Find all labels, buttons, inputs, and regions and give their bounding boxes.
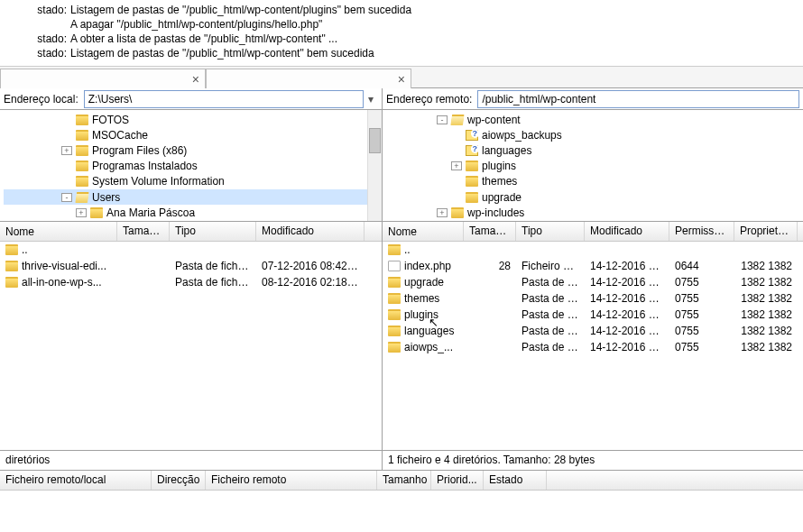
tree-item-label: FOTOS (92, 114, 129, 126)
list-item[interactable]: pluginsPasta de fi...14-12-2016 17:...07… (383, 307, 803, 323)
folder-icon (388, 277, 401, 288)
tree-item-label: Users (92, 191, 120, 204)
folder-icon (388, 326, 401, 336)
col-owner[interactable]: Proprietári... (734, 222, 798, 241)
tree-item[interactable]: +plugins (437, 159, 803, 174)
local-address-input[interactable]: Z:\Users\ (84, 90, 364, 108)
tree-item-label: plugins (482, 160, 516, 172)
tree-item-label: Programas Instalados (92, 160, 198, 172)
expander-icon[interactable]: + (451, 161, 462, 170)
remote-file-list[interactable]: Nome Tamanho Tipo Modificado Permissões … (383, 222, 803, 450)
qcol-priority[interactable]: Priorid... (431, 471, 484, 490)
folder-icon (76, 115, 88, 125)
tree-item[interactable]: MSOCache (4, 127, 382, 142)
qcol-local[interactable]: Ficheiro remoto/local (0, 471, 152, 490)
folder-icon (466, 176, 478, 187)
qcol-size[interactable]: Tamanho (377, 471, 431, 490)
chevron-down-icon[interactable]: ▾ (364, 93, 378, 105)
tree-item-label: upgrade (482, 191, 521, 204)
folder-icon (5, 277, 18, 288)
list-item[interactable]: aiowps_...Pasta de fi...14-12-2016 16:..… (383, 339, 803, 355)
tree-item-label: wp-includes (467, 206, 524, 219)
scroll-thumb[interactable] (369, 128, 381, 153)
list-item[interactable]: index.php28Ficheiro PHP14-12-2016 15:...… (383, 258, 803, 274)
close-icon[interactable]: × (192, 72, 199, 87)
transfer-queue-headers: Ficheiro remoto/local Direcção Ficheiro … (0, 471, 803, 491)
qcol-status[interactable]: Estado (484, 471, 547, 490)
list-item[interactable]: upgradePasta de fi...14-12-2016 15:...07… (383, 274, 803, 290)
list-item[interactable]: themesPasta de fi...14-12-2016 16:...075… (383, 290, 803, 307)
tree-item-label: Ana Maria Páscoa (106, 206, 195, 219)
tree-item-label: languages (482, 144, 531, 157)
tree-item[interactable]: -Users (4, 189, 382, 205)
list-item[interactable]: .. (383, 242, 803, 258)
list-item[interactable]: all-in-one-wp-s...Pasta de fichei...08-1… (0, 274, 382, 290)
folder-icon (388, 342, 401, 353)
col-type[interactable]: Tipo (516, 222, 585, 241)
file-icon (388, 261, 401, 271)
remote-address-input[interactable]: /public_html/wp-content (477, 90, 799, 108)
tree-item[interactable]: +Program Files (x86) (4, 142, 382, 158)
local-address-label: Endereço local: (4, 93, 84, 105)
tree-item[interactable]: +wp-includes (437, 205, 803, 220)
col-modified[interactable]: Modificado (585, 222, 669, 241)
local-file-list[interactable]: Nome Tamanho Tipo Modificado ..thrive-vi… (0, 222, 383, 450)
tab-2[interactable]: × (206, 69, 411, 88)
tree-item[interactable]: Programas Instalados (4, 159, 382, 174)
folder-icon (5, 244, 18, 255)
list-item[interactable]: thrive-visual-edi...Pasta de fichei...07… (0, 258, 382, 274)
folder-icon (76, 176, 88, 187)
col-size[interactable]: Tamanho (464, 222, 516, 241)
col-size[interactable]: Tamanho (117, 222, 170, 241)
folder-icon (450, 115, 465, 125)
tree-item-label: System Volume Information (92, 175, 225, 188)
qcol-remote[interactable]: Ficheiro remoto (206, 471, 377, 490)
remote-address-label: Endereço remoto: (386, 93, 477, 105)
local-status: diretórios (0, 451, 383, 470)
col-name[interactable]: Nome (0, 222, 117, 241)
tree-item[interactable]: +Ana Maria Páscoa (4, 205, 382, 220)
folder-icon (451, 207, 464, 218)
connection-tabs: × × (0, 67, 803, 88)
col-permissions[interactable]: Permissões (669, 222, 734, 241)
qcol-direction[interactable]: Direcção (152, 471, 206, 490)
expander-icon[interactable]: - (61, 193, 72, 202)
folder-icon (388, 293, 401, 304)
tree-item-label: themes (482, 175, 517, 188)
list-item[interactable]: .. (0, 242, 382, 258)
status-log: stado:Listagem de pastas de "/public_htm… (0, 0, 803, 67)
remote-tree[interactable]: -wp-contentaiowps_backupslanguages+plugi… (383, 110, 803, 221)
folder-icon (90, 207, 103, 218)
col-modified[interactable]: Modificado (256, 222, 365, 241)
folder-icon (466, 130, 478, 141)
expander-icon[interactable]: + (76, 208, 87, 217)
folder-icon (5, 261, 18, 271)
folder-icon (466, 192, 478, 203)
folder-icon (388, 309, 401, 320)
tree-item[interactable]: FOTOS (4, 112, 382, 127)
tree-item[interactable]: themes (437, 174, 803, 189)
tree-item[interactable]: languages (437, 142, 803, 158)
tree-item[interactable]: -wp-content (437, 112, 803, 127)
local-tree[interactable]: FOTOSMSOCache+Program Files (x86)Program… (0, 110, 383, 221)
folder-icon (76, 145, 88, 156)
folder-icon (466, 161, 478, 171)
close-icon[interactable]: × (398, 72, 405, 87)
expander-icon[interactable]: - (437, 115, 448, 124)
expander-icon[interactable]: + (61, 146, 72, 155)
folder-icon (76, 161, 88, 171)
tree-item-label: Program Files (x86) (92, 144, 187, 157)
col-type[interactable]: Tipo (170, 222, 256, 241)
folder-icon (466, 145, 478, 156)
scrollbar-vertical[interactable] (367, 110, 382, 221)
tree-item[interactable]: System Volume Information (4, 174, 382, 189)
folder-icon (388, 244, 401, 255)
expander-icon[interactable]: + (437, 208, 448, 217)
tab-1[interactable]: × (0, 69, 206, 88)
tree-item-label: aiowps_backups (482, 129, 562, 142)
list-item[interactable]: languagesPasta de fi...14-12-2016 15:...… (383, 323, 803, 339)
tree-item[interactable]: upgrade (437, 189, 803, 205)
tree-item[interactable]: aiowps_backups (437, 127, 803, 142)
col-name[interactable]: Nome (383, 222, 464, 241)
tree-item-label: wp-content (467, 114, 521, 126)
